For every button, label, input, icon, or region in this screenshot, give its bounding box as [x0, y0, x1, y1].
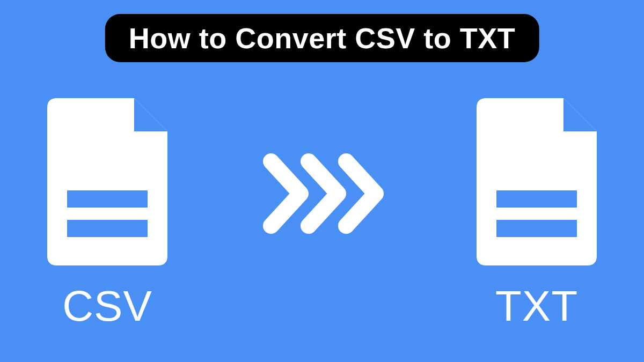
file-document-icon — [467, 88, 606, 265]
source-file-block: CSV — [38, 88, 177, 331]
page-title: How to Convert CSV to TXT — [105, 14, 539, 62]
target-file-label: TXT — [495, 282, 578, 331]
file-document-icon — [38, 88, 177, 265]
svg-rect-2 — [496, 190, 577, 208]
source-file-label: CSV — [62, 282, 152, 331]
svg-rect-0 — [67, 190, 148, 208]
triple-chevron-right-icon — [258, 148, 386, 239]
target-file-block: TXT — [467, 88, 606, 331]
conversion-row: CSV TXT — [0, 88, 644, 331]
svg-rect-1 — [67, 220, 148, 237]
svg-rect-3 — [496, 220, 577, 237]
